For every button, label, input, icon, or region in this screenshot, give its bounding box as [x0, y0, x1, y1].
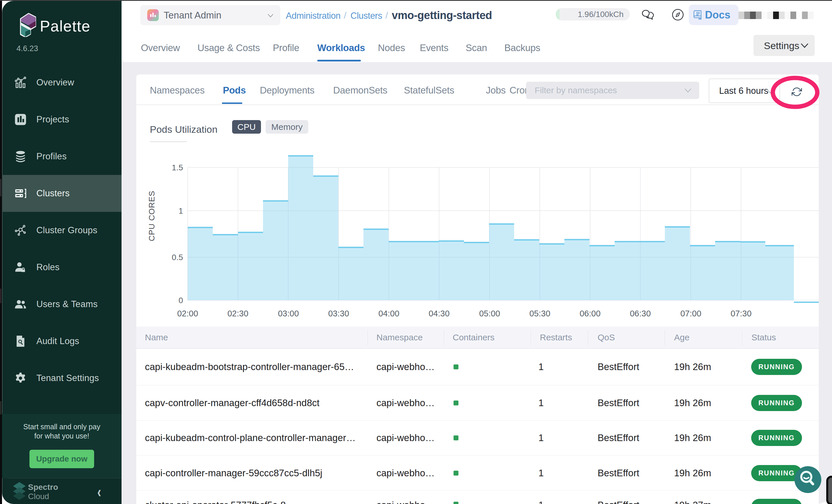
svg-text:05:00: 05:00: [479, 309, 500, 318]
svg-text:06:30: 06:30: [630, 309, 651, 318]
svg-text:04:30: 04:30: [429, 309, 450, 318]
svg-text:06:00: 06:00: [580, 309, 601, 318]
svg-text:0.5: 0.5: [172, 253, 183, 262]
svg-text:03:30: 03:30: [328, 309, 349, 318]
svg-text:03:00: 03:00: [278, 309, 299, 318]
svg-text:1.5: 1.5: [172, 163, 183, 172]
svg-text:04:00: 04:00: [379, 309, 399, 318]
svg-text:05:30: 05:30: [529, 309, 550, 318]
svg-text:02:30: 02:30: [228, 309, 249, 318]
svg-text:1: 1: [178, 206, 183, 215]
svg-text:07:00: 07:00: [680, 309, 702, 318]
svg-text:07:30: 07:30: [731, 309, 752, 318]
svg-text:02:00: 02:00: [177, 309, 198, 318]
svg-text:CPU CORES: CPU CORES: [147, 190, 156, 241]
svg-text:0: 0: [178, 296, 183, 305]
